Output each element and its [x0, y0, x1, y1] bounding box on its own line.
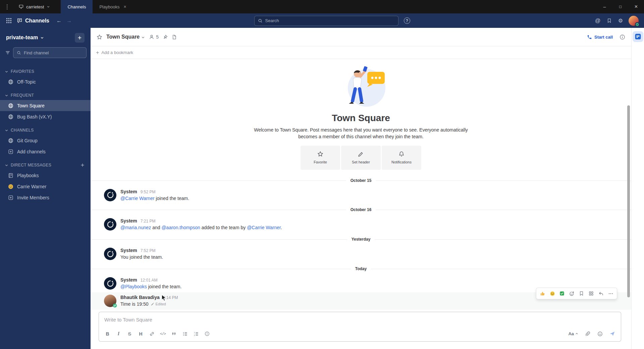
maximize-button[interactable]: □ — [612, 0, 628, 13]
search-input[interactable] — [265, 18, 395, 23]
message-sender[interactable]: System — [120, 248, 137, 253]
app-menu-button[interactable]: ⋮ — [0, 0, 14, 13]
message-sender[interactable]: System — [120, 277, 137, 283]
sidebar-section-header[interactable]: FAVORITES — [0, 68, 91, 76]
user-avatar[interactable] — [104, 295, 116, 307]
sidebar-item-carrie-warner[interactable]: Carrie Warner — [0, 181, 91, 192]
pinned-posts-button[interactable] — [163, 35, 168, 40]
save-message-button[interactable] — [577, 289, 586, 298]
sidebar-item-add-channels[interactable]: Add channels — [0, 146, 91, 157]
tab-label: Playbooks — [99, 4, 119, 9]
emoji-picker-button[interactable] — [595, 329, 605, 339]
more-actions-button[interactable] — [606, 289, 615, 298]
message-text: @maria.nunez and @aaron.thompson added t… — [120, 225, 601, 231]
bold-button[interactable]: B — [102, 329, 113, 339]
start-call-button[interactable]: Start call — [587, 35, 613, 40]
history-back-button[interactable]: ← — [54, 16, 64, 26]
mention-link[interactable]: @aaron.thompson — [161, 225, 200, 230]
favorite-action-button[interactable]: Favorite — [301, 146, 340, 170]
mention-link[interactable]: @Playbooks — [120, 284, 147, 289]
find-channel-box[interactable] — [13, 47, 87, 58]
link-button[interactable] — [147, 329, 157, 339]
settings-button[interactable]: ⚙ — [615, 15, 626, 26]
channel-intro-actions: Favorite Set header Notifi — [91, 146, 631, 170]
message-list[interactable]: Town Square Welcome to Town Square. Post… — [91, 59, 631, 312]
channel-info-button[interactable] — [620, 34, 625, 40]
chevron-down-icon — [40, 36, 44, 40]
message-sender[interactable]: System — [120, 218, 137, 223]
find-channel-input[interactable] — [24, 50, 83, 55]
message-text: Time is 19:50Edited — [120, 301, 601, 307]
system-avatar[interactable] — [104, 218, 116, 231]
server-selector[interactable]: carrietest — [14, 0, 55, 13]
add-direct-message-button[interactable] — [80, 163, 85, 167]
tab-playbooks[interactable]: Playbooks × — [93, 0, 133, 13]
formatting-toggle-button[interactable]: Aa — [566, 329, 580, 339]
channel-menu-button[interactable]: Town Square — [106, 34, 145, 40]
channel-list: FAVORITESOff-TopicFREQUENTTown SquareBug… — [0, 62, 91, 349]
history-forward-button[interactable]: → — [64, 16, 74, 26]
sidebar-item-town-square[interactable]: Town Square — [0, 100, 91, 111]
system-avatar[interactable] — [104, 189, 116, 201]
close-button[interactable]: × — [628, 0, 644, 13]
sidebar-item-off-topic[interactable]: Off-Topic — [0, 76, 91, 87]
system-avatar[interactable] — [104, 248, 116, 260]
at-mentions-button[interactable]: @ — [592, 15, 603, 26]
quick-reaction-smile-button[interactable] — [548, 289, 557, 298]
saved-messages-button[interactable] — [604, 15, 614, 26]
sidebar-section-header[interactable]: CHANNELS — [0, 127, 91, 135]
mention-link[interactable]: @Carrie Warner — [247, 225, 281, 230]
minimize-button[interactable]: – — [597, 0, 612, 13]
sidebar-item-invite-members[interactable]: Invite Members — [0, 192, 91, 203]
help-button[interactable]: ? — [402, 15, 413, 26]
tab-channels[interactable]: Channels — [61, 0, 93, 13]
sidebar-item-playbooks[interactable]: Playbooks — [0, 170, 91, 181]
code-button[interactable]: </> — [158, 329, 168, 339]
search-box[interactable] — [254, 16, 398, 26]
message-apps-button[interactable] — [587, 289, 596, 298]
help-button[interactable] — [202, 329, 212, 339]
italic-button[interactable]: I — [113, 329, 124, 339]
message-input[interactable]: Write to Town Square — [99, 312, 621, 327]
product-switcher-button[interactable] — [3, 15, 14, 26]
notifications-action-button[interactable]: Notifications — [382, 146, 421, 170]
sidebar-section-header[interactable]: FREQUENT — [0, 92, 91, 100]
strikethrough-button[interactable]: S — [124, 329, 135, 339]
close-tab-icon[interactable]: × — [123, 4, 126, 9]
quick-reaction-thumbsup-button[interactable] — [538, 289, 547, 298]
mention-link[interactable]: @Carrie Warner — [120, 196, 155, 201]
channel-intro-illustration — [326, 64, 396, 111]
sidebar-section-header[interactable]: DIRECT MESSAGES — [0, 162, 91, 170]
scrollbar-thumb[interactable] — [627, 105, 630, 297]
user-avatar[interactable] — [629, 16, 639, 26]
app-bar-playbooks-icon[interactable] — [633, 31, 643, 42]
channel-members-button[interactable]: 5 — [149, 34, 159, 40]
favorite-channel-button[interactable] — [97, 34, 102, 40]
add-channels-cta-button[interactable] — [75, 33, 85, 43]
quote-button[interactable] — [169, 329, 179, 339]
reply-button[interactable] — [596, 289, 605, 298]
sidebar-item-git-group[interactable]: Git Group — [0, 135, 91, 146]
channel-name: Playbooks — [17, 173, 39, 178]
add-bookmark-button[interactable]: + Add a bookmark — [96, 50, 133, 55]
send-message-button[interactable] — [607, 329, 618, 339]
heading-button[interactable]: H — [136, 329, 146, 339]
sidebar-item-bug-bash-vx-y[interactable]: Bug Bash (vX.Y) — [0, 111, 91, 122]
date-divider: Today — [91, 264, 631, 273]
set-header-action-button[interactable]: Set header — [341, 146, 381, 170]
search-area: ? — [75, 15, 591, 26]
file-icon — [172, 35, 177, 40]
team-menu-button[interactable]: private-team — [6, 35, 44, 41]
channel-files-button[interactable] — [172, 35, 177, 40]
system-avatar[interactable] — [104, 277, 116, 290]
minimize-icon: – — [603, 4, 606, 9]
attach-file-button[interactable] — [582, 329, 593, 339]
quick-reaction-white_check_mark-button[interactable] — [557, 289, 567, 298]
add-reaction-button[interactable] — [567, 289, 576, 298]
numbered-list-button[interactable]: 12 — [191, 329, 201, 339]
mention-link[interactable]: @maria.nunez — [120, 225, 151, 230]
message-sender[interactable]: Bhautik Bavadiya — [120, 295, 160, 300]
message-sender[interactable]: System — [120, 189, 137, 194]
channel-filter-button[interactable] — [5, 48, 10, 57]
bulleted-list-button[interactable] — [180, 329, 190, 339]
